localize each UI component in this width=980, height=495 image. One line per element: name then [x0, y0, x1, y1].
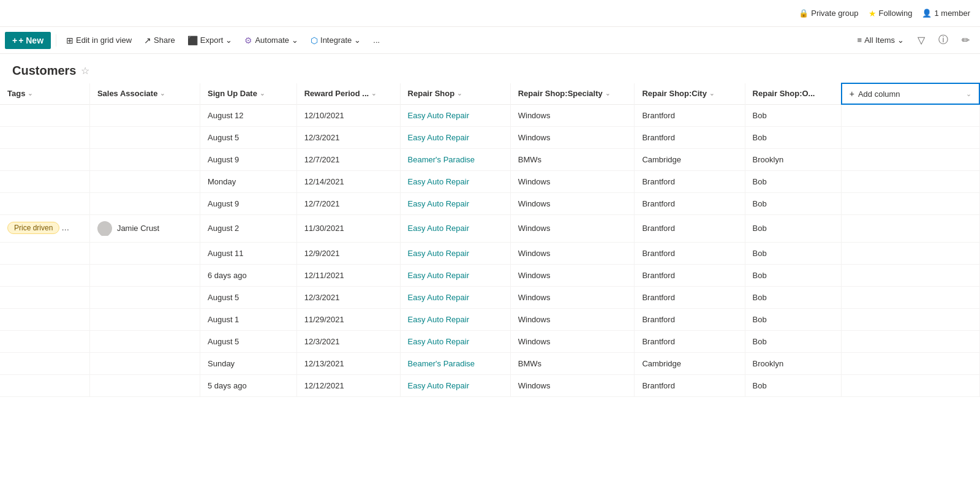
cell-sign-up-date: 6 days ago: [200, 264, 297, 286]
chevron-down-icon: ⌄: [897, 36, 904, 45]
chevron-down-icon: ⌄: [225, 36, 232, 45]
share-button[interactable]: ↗ Share: [139, 32, 180, 48]
favorite-star-icon[interactable]: ☆: [81, 65, 89, 77]
cell-repair-shop[interactable]: Easy Auto Repair: [400, 126, 510, 148]
plus-icon: +: [12, 36, 17, 45]
table-row: Sunday12/13/2021Beamer's ParadiseBMWsCam…: [0, 352, 979, 374]
cell-repair-city: Brantford: [635, 330, 745, 352]
cell-repair-shop[interactable]: Easy Auto Repair: [400, 170, 510, 192]
cell-repair-specialty: Windows: [510, 308, 635, 330]
table-row: August 912/7/2021Easy Auto RepairWindows…: [0, 192, 979, 214]
excel-icon: ⬛: [187, 36, 198, 45]
cell-sales-associate: [89, 352, 200, 374]
cell-repair-specialty: Windows: [510, 286, 635, 308]
cell-reward-period: 12/7/2021: [296, 192, 400, 214]
tag-badge[interactable]: Price driven: [7, 222, 59, 234]
add-column-button[interactable]: + Add column ⌄: [850, 89, 971, 99]
cell-sign-up-date: August 12: [200, 104, 297, 126]
cell-sign-up-date: Sunday: [200, 352, 297, 374]
col-header-repair-shop[interactable]: Repair Shop ⌄: [400, 83, 510, 104]
export-button[interactable]: ⬛ Export ⌄: [183, 32, 238, 48]
separator: [56, 34, 56, 47]
cell-repair-city: Cambridge: [635, 148, 745, 170]
cell-tags: [0, 286, 89, 308]
cell-repair-owner: Bob: [745, 192, 842, 214]
star-icon: ★: [869, 9, 876, 18]
cell-sales-associate: [89, 126, 200, 148]
chevron-down-icon: ⌄: [457, 90, 462, 97]
grid-icon: ⊞: [66, 36, 74, 45]
cell-sales-associate: [89, 286, 200, 308]
cell-sign-up-date: August 5: [200, 126, 297, 148]
cell-repair-shop[interactable]: Easy Auto Repair: [400, 286, 510, 308]
cell-reward-period: 12/3/2021: [296, 126, 400, 148]
cell-repair-owner: Bob: [745, 242, 842, 264]
col-header-tags[interactable]: Tags ⌄: [0, 83, 89, 104]
cell-tags: [0, 148, 89, 170]
cell-repair-shop[interactable]: Easy Auto Repair: [400, 374, 510, 396]
private-group: 🔒 Private group: [799, 9, 858, 18]
cell-repair-shop[interactable]: Easy Auto Repair: [400, 242, 510, 264]
page-title: Customers: [12, 64, 76, 78]
cell-repair-shop[interactable]: Easy Auto Repair: [400, 264, 510, 286]
cell-tags: [0, 308, 89, 330]
lock-icon: 🔒: [799, 9, 809, 18]
edit-button[interactable]: ✏: [956, 31, 975, 50]
info-button[interactable]: ⓘ: [933, 31, 953, 50]
cell-reward-period: 11/29/2021: [296, 308, 400, 330]
cell-sales-associate: Jamie Crust: [89, 214, 200, 242]
cell-add-column: [842, 374, 979, 396]
table-row: Monday12/14/2021Easy Auto RepairWindowsB…: [0, 170, 979, 192]
cell-tags: [0, 264, 89, 286]
cell-repair-shop[interactable]: Beamer's Paradise: [400, 352, 510, 374]
cell-tags: [0, 192, 89, 214]
cell-tags: Price drivenFamily manAccessories: [0, 214, 89, 242]
cell-sales-associate: [89, 192, 200, 214]
cell-add-column: [842, 308, 979, 330]
table-row: August 512/3/2021Easy Auto RepairWindows…: [0, 126, 979, 148]
cell-add-column: [842, 170, 979, 192]
cell-repair-shop[interactable]: Easy Auto Repair: [400, 192, 510, 214]
add-column-header[interactable]: + Add column ⌄: [842, 83, 979, 104]
col-header-sign-up-date[interactable]: Sign Up Date ⌄: [200, 83, 297, 104]
table-row: 6 days ago12/11/2021Easy Auto RepairWind…: [0, 264, 979, 286]
cell-sales-associate: [89, 374, 200, 396]
cell-repair-specialty: Windows: [510, 374, 635, 396]
filter-button[interactable]: ▽: [911, 31, 931, 50]
view-icon: ≡: [858, 36, 862, 45]
cell-tags: [0, 330, 89, 352]
cell-sign-up-date: August 2: [200, 214, 297, 242]
all-items-button[interactable]: ≡ All Items ⌄: [853, 32, 909, 48]
col-header-repair-city[interactable]: Repair Shop:City ⌄: [635, 83, 745, 104]
cell-tags: [0, 104, 89, 126]
integrate-button[interactable]: ⬡ Integrate ⌄: [306, 32, 366, 48]
cell-add-column: [842, 148, 979, 170]
cell-repair-shop[interactable]: Easy Auto Repair: [400, 104, 510, 126]
automate-button[interactable]: ⚙ Automate ⌄: [239, 32, 303, 48]
cell-repair-owner: Bob: [745, 308, 842, 330]
cell-repair-shop[interactable]: Beamer's Paradise: [400, 148, 510, 170]
cell-add-column: [842, 214, 979, 242]
edit-grid-button[interactable]: ⊞ Edit in grid view: [61, 32, 137, 48]
cell-repair-specialty: BMWs: [510, 148, 635, 170]
cell-sign-up-date: August 11: [200, 242, 297, 264]
col-header-reward-period[interactable]: Reward Period ... ⌄: [296, 83, 400, 104]
col-header-repair-specialty[interactable]: Repair Shop:Specialty ⌄: [510, 83, 635, 104]
cell-repair-specialty: BMWs: [510, 352, 635, 374]
cell-repair-city: Brantford: [635, 374, 745, 396]
cell-repair-shop[interactable]: Easy Auto Repair: [400, 308, 510, 330]
cell-repair-shop[interactable]: Easy Auto Repair: [400, 330, 510, 352]
new-button[interactable]: + + New: [5, 32, 51, 49]
cell-repair-shop[interactable]: Easy Auto Repair: [400, 214, 510, 242]
more-button[interactable]: ...: [368, 32, 385, 48]
cell-reward-period: 11/30/2021: [296, 214, 400, 242]
following-button[interactable]: ★ Following: [869, 9, 913, 18]
cell-add-column: [842, 330, 979, 352]
table-row: August 512/3/2021Easy Auto RepairWindows…: [0, 330, 979, 352]
cell-reward-period: 12/13/2021: [296, 352, 400, 374]
col-header-repair-owner[interactable]: Repair Shop:O...: [745, 83, 842, 104]
table-row: 5 days ago12/12/2021Easy Auto RepairWind…: [0, 374, 979, 396]
col-header-sales-associate[interactable]: Sales Associate ⌄: [89, 83, 200, 104]
associate-cell: Jamie Crust: [97, 221, 192, 236]
cell-repair-owner: Brooklyn: [745, 352, 842, 374]
